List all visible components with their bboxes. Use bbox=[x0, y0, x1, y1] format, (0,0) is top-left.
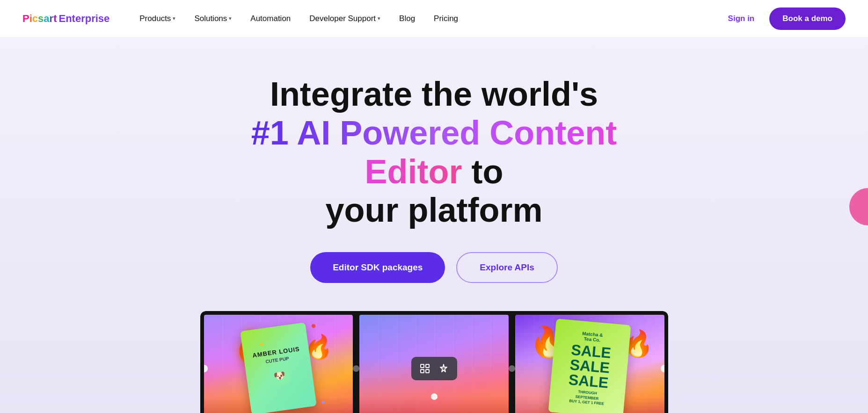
nav-links: Products ▾ Solutions ▾ Automation Develo… bbox=[132, 10, 720, 27]
demo-panel-center bbox=[359, 315, 509, 413]
chevron-down-icon: ▾ bbox=[378, 15, 380, 22]
logo[interactable]: Picsart Enterprise bbox=[22, 13, 109, 25]
slide-dot-center[interactable] bbox=[431, 393, 438, 400]
expand-icon[interactable] bbox=[418, 362, 432, 376]
nav-item-solutions[interactable]: Solutions ▾ bbox=[187, 10, 239, 27]
nav-item-products[interactable]: Products ▾ bbox=[132, 10, 183, 27]
demo-panel-right: 🔥 🔥 Matcha &Tea Co. SALESALESALE THROUGH… bbox=[515, 315, 664, 413]
hero-heading: Integrate the world's #1 AI Powered Cont… bbox=[224, 75, 645, 230]
hero-buttons: Editor SDK packages Explore APIs bbox=[310, 252, 558, 283]
chevron-down-icon: ▾ bbox=[229, 15, 232, 22]
demo-divider-2 bbox=[511, 315, 513, 413]
magic-icon[interactable] bbox=[437, 362, 451, 376]
nav-right: Sign in Book a demo bbox=[721, 7, 846, 30]
demo-preview: 🔥 🔥 AMBER LOUIS CUTE PUP 🐶 bbox=[200, 311, 668, 413]
demo-divider-1 bbox=[355, 315, 357, 413]
svg-rect-2 bbox=[421, 370, 424, 373]
nav-item-blog[interactable]: Blog bbox=[392, 10, 423, 27]
right-panel-content: 🔥 🔥 Matcha &Tea Co. SALESALESALE THROUGH… bbox=[515, 315, 664, 413]
explore-apis-button[interactable]: Explore APIs bbox=[456, 252, 558, 283]
demo-panel-left: 🔥 🔥 AMBER LOUIS CUTE PUP 🐶 bbox=[204, 315, 353, 413]
logo-enterprise-text: Enterprise bbox=[58, 13, 109, 25]
sale-card: Matcha &Tea Co. SALESALESALE THROUGHSEPT… bbox=[548, 319, 631, 413]
hero-section: Integrate the world's #1 AI Powered Cont… bbox=[0, 37, 868, 413]
book-demo-button[interactable]: Book a demo bbox=[769, 7, 846, 30]
demo-panel-image-left: 🔥 🔥 AMBER LOUIS CUTE PUP 🐶 bbox=[204, 315, 353, 413]
nav-item-pricing[interactable]: Pricing bbox=[426, 10, 466, 27]
logo-picsart-text: Picsart bbox=[22, 13, 57, 25]
svg-rect-1 bbox=[426, 364, 429, 368]
hero-gradient-text: #1 AI Powered Content Editor bbox=[251, 114, 617, 190]
floating-toolbar[interactable] bbox=[411, 357, 457, 380]
sign-in-button[interactable]: Sign in bbox=[721, 10, 762, 27]
navigation: Picsart Enterprise Products ▾ Solutions … bbox=[0, 0, 868, 37]
demo-panel-image-right: 🔥 🔥 Matcha &Tea Co. SALESALESALE THROUGH… bbox=[515, 315, 664, 413]
nav-item-automation[interactable]: Automation bbox=[243, 10, 298, 27]
sale-text: SALESALESALE bbox=[568, 342, 612, 391]
left-panel-content: 🔥 🔥 AMBER LOUIS CUTE PUP 🐶 bbox=[204, 315, 353, 413]
editor-sdk-button[interactable]: Editor SDK packages bbox=[310, 252, 445, 283]
nav-item-developer-support[interactable]: Developer Support ▾ bbox=[302, 10, 388, 27]
chevron-down-icon: ▾ bbox=[173, 15, 175, 22]
demo-frame: 🔥 🔥 AMBER LOUIS CUTE PUP 🐶 bbox=[200, 311, 668, 413]
left-card-design: AMBER LOUIS CUTE PUP 🐶 bbox=[240, 322, 317, 413]
svg-rect-0 bbox=[421, 364, 424, 368]
card-title: AMBER LOUIS CUTE PUP 🐶 bbox=[252, 346, 305, 392]
svg-rect-3 bbox=[426, 370, 429, 373]
